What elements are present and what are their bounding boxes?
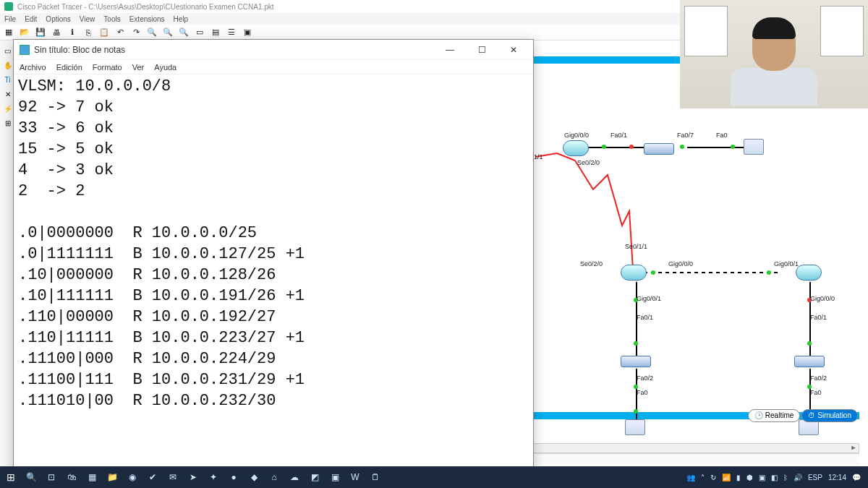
iface-label: Se0/2/0 — [577, 159, 600, 166]
windows-taskbar[interactable]: ⊞ 🔍 ⊡ 🛍 ▦ 📁 ◉ ✔ ✉ ➤ ✦ ● ◆ ⌂ ☁ ◩ ▣ W 🗒 👥 … — [0, 466, 868, 488]
tray-app-icon[interactable]: ▦ — [84, 469, 100, 485]
app-icon[interactable]: ☁ — [286, 469, 302, 485]
switch-right[interactable] — [794, 356, 825, 367]
iface-label: Fa0 — [716, 132, 728, 139]
redo-icon[interactable]: ↷ — [130, 27, 142, 38]
tray-app-icon[interactable]: ▣ — [759, 474, 765, 481]
np-menu-ayuda[interactable]: Ayuda — [154, 63, 176, 72]
mail-icon[interactable]: ✉ — [165, 469, 181, 485]
app-icon[interactable]: ▣ — [327, 469, 343, 485]
zoom-reset-icon[interactable]: 🔍 — [162, 27, 174, 38]
notepad-title: Sin título: Bloc de notas — [34, 45, 125, 55]
system-tray[interactable]: 👥 ˄ ↻ 📶 ▮ ⬢ ▣ ◧ ᛒ 🔊 ESP 12:14 💬 — [686, 474, 865, 481]
iface-label: Se0/2/0 — [580, 260, 603, 267]
router-top[interactable] — [563, 140, 589, 156]
np-menu-ver[interactable]: Ver — [132, 63, 145, 72]
task-view-icon[interactable]: ⊡ — [43, 469, 59, 485]
tray-app-icon[interactable]: ◧ — [771, 474, 778, 481]
inspect-tool-icon[interactable]: ⚡ — [2, 103, 14, 114]
iface-label: Gig0/0/1 — [774, 260, 799, 267]
maximize-button[interactable]: ☐ — [468, 41, 495, 59]
zoom-in-icon[interactable]: 🔍 — [146, 27, 158, 38]
zoom-out-icon[interactable]: 🔍 — [178, 27, 190, 38]
notepad-content[interactable]: VLSM: 10.0.0.0/8 92 -> 7 ok 33 -> 6 ok 1… — [18, 76, 529, 411]
router-right[interactable] — [796, 265, 822, 281]
notepad-menubar[interactable]: Archivo Edición Formato Ver Ayuda — [14, 60, 533, 74]
misc-icon[interactable]: ▣ — [242, 27, 253, 38]
select-tool-icon[interactable]: ▭ — [2, 45, 14, 56]
clock[interactable]: 12:14 — [828, 474, 846, 481]
minimize-button[interactable]: — — [436, 41, 464, 59]
pt-menu-extensions[interactable]: Extensions — [129, 15, 165, 23]
iface-label: Fa0 — [810, 389, 822, 396]
language-indicator[interactable]: ESP — [808, 474, 822, 481]
pc-top[interactable] — [744, 139, 764, 155]
iface-label: Fa0/1 — [810, 314, 827, 321]
copy-icon[interactable]: ⎘ — [82, 27, 94, 38]
presenter-figure — [731, 14, 817, 108]
np-menu-edicion[interactable]: Edición — [56, 63, 82, 72]
app-icon[interactable]: ◩ — [307, 469, 323, 485]
link-status-icon — [651, 270, 655, 275]
bluetooth-icon[interactable]: ᛒ — [783, 474, 788, 481]
simulation-button[interactable]: ⏱ Simulation — [801, 409, 858, 422]
notifications-icon[interactable]: 💬 — [852, 474, 861, 481]
tray-people-icon[interactable]: 👥 — [686, 474, 695, 481]
print-icon[interactable]: 🖶 — [51, 27, 62, 38]
start-button[interactable]: ⊞ — [3, 469, 19, 485]
notepad-text-area[interactable]: VLSM: 10.0.0.0/8 92 -> 7 ok 33 -> 6 ok 1… — [14, 74, 533, 474]
pt-menu-view[interactable]: View — [80, 15, 95, 23]
grid-icon[interactable]: ▤ — [210, 27, 221, 38]
pt-menu-help[interactable]: Help — [174, 15, 189, 23]
mode-switch[interactable]: 🕒 Realtime ⏱ Simulation — [748, 409, 858, 422]
info-icon[interactable]: ℹ — [67, 27, 78, 38]
hand-tool-icon[interactable]: ✋ — [2, 59, 14, 71]
app-icon[interactable]: ➤ — [185, 469, 201, 485]
tray-sync-icon[interactable]: ↻ — [710, 474, 716, 481]
paste-icon[interactable]: 📋 — [98, 27, 110, 38]
tray-up-icon[interactable]: ˄ — [701, 474, 705, 481]
list-icon[interactable]: ☰ — [226, 27, 237, 38]
topology-canvas[interactable]: Gig0/0/0 Fa0/1 Fa0/7 Fa0 Se0/2/0 1/1 Se0… — [535, 81, 861, 416]
store-icon[interactable]: 🛍 — [64, 469, 80, 485]
undo-icon[interactable]: ↶ — [114, 27, 126, 38]
close-button[interactable]: ✕ — [500, 41, 527, 59]
pc-left[interactable] — [625, 419, 645, 435]
notepad-titlebar[interactable]: Sin título: Bloc de notas — ☐ ✕ — [14, 40, 533, 60]
notepad-taskbar-icon[interactable]: 🗒 — [367, 469, 383, 485]
np-menu-archivo[interactable]: Archivo — [20, 63, 46, 72]
search-icon[interactable]: 🔍 — [23, 469, 39, 485]
switch-top[interactable] — [644, 143, 674, 155]
wifi-icon[interactable]: 📶 — [722, 474, 731, 481]
app-icon[interactable]: ✦ — [205, 469, 221, 485]
switch-left[interactable] — [621, 356, 651, 367]
app-icon[interactable]: ◆ — [246, 469, 262, 485]
pt-menu-file[interactable]: File — [4, 15, 16, 23]
explorer-icon[interactable]: 📁 — [104, 469, 120, 485]
volume-icon[interactable]: 🔊 — [793, 474, 802, 481]
app-icon[interactable]: ⌂ — [266, 469, 282, 485]
new-icon[interactable]: ▦ — [3, 27, 14, 38]
notepad-window[interactable]: Sin título: Bloc de notas — ☐ ✕ Archivo … — [13, 39, 534, 474]
open-icon[interactable]: 📂 — [19, 27, 30, 38]
pt-menu-tools[interactable]: Tools — [103, 15, 120, 23]
save-icon[interactable]: 💾 — [35, 27, 46, 38]
rect-icon[interactable]: ▭ — [194, 27, 205, 38]
app-icon[interactable]: ● — [226, 469, 242, 485]
pt-menu-options[interactable]: Options — [46, 15, 70, 23]
realtime-button[interactable]: 🕒 Realtime — [748, 409, 800, 422]
scroll-right-icon[interactable]: ► — [848, 444, 859, 453]
router-mid[interactable] — [621, 265, 647, 281]
webcam-overlay — [680, 0, 868, 108]
tray-app-icon[interactable]: ⬢ — [746, 474, 753, 481]
tray-app-icon[interactable]: ▮ — [736, 474, 741, 481]
link-status-icon — [807, 341, 812, 346]
delete-tool-icon[interactable]: ✕ — [2, 88, 14, 100]
chrome-icon[interactable]: ◉ — [124, 469, 140, 485]
word-icon[interactable]: W — [347, 469, 363, 485]
pt-menu-edit[interactable]: Edit — [25, 15, 37, 23]
resize-tool-icon[interactable]: ⊞ — [2, 117, 14, 129]
note-tool-icon[interactable]: Ti — [2, 74, 14, 85]
np-menu-formato[interactable]: Formato — [93, 63, 122, 72]
app-icon[interactable]: ✔ — [145, 469, 161, 485]
